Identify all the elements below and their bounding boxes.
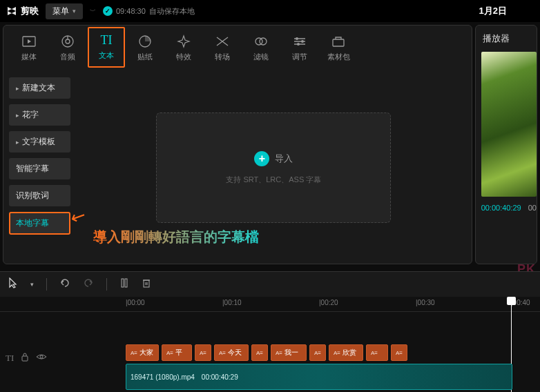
pointer-tool-icon[interactable] [8,277,18,291]
tab-label: 滤镜 [253,52,269,62]
svg-point-5 [260,38,267,45]
text-clip[interactable]: A≡今天 [214,344,249,361]
plus-icon: + [254,151,269,166]
chevron-down-icon: ▾ [73,8,76,14]
text-clip[interactable]: A≡平 [162,344,192,361]
tab-label: 特效 [176,52,191,62]
caret-icon: ▸ [16,85,19,92]
video-clip[interactable]: 169471 (1080p).mp4 00:00:40:29 [126,364,512,390]
delete-icon[interactable] [142,277,151,291]
svg-point-7 [301,40,304,43]
svg-rect-12 [144,280,149,287]
chevron-down-icon[interactable]: ▾ [30,281,34,288]
text-clip[interactable]: A≡ [366,344,388,361]
history-chevron-icon[interactable]: ﹀ [90,7,96,16]
tab-label: 文本 [99,50,114,61]
check-icon: ✓ [103,6,113,16]
text-clip[interactable]: A≡ [309,344,326,361]
player-panel: 播放器 00:00:40:29 00 [475,25,537,264]
cat-label: 本地字幕 [16,217,49,229]
clip-a-icon: A≡ [256,350,263,356]
text-clip[interactable]: A≡欣赏 [329,344,363,361]
player-times: 00:00:40:29 00 [481,204,537,212]
timeline-panel: ▾ |00:00 |00:10 |00:20 |00:30 |00:40 TI [0,271,540,392]
tab-effect[interactable]: 特效 [165,31,202,68]
split-icon[interactable] [119,277,129,291]
eye-icon[interactable] [36,353,47,363]
text-clip[interactable]: A≡ [251,344,268,361]
divider [106,278,107,291]
import-dropzone[interactable]: + 导入 支持 SRT、LRC、ASS 字幕 [156,112,391,223]
video-clip-name: 169471 (1080p).mp4 [131,373,195,381]
tab-transition[interactable]: 转场 [204,31,241,68]
current-time: 00:00:40:29 [481,204,521,212]
tab-adjust[interactable]: 调节 [281,31,318,68]
import-button[interactable]: + 导入 [254,151,293,166]
sticker-icon [137,34,153,49]
svg-point-6 [296,37,298,40]
tab-filter[interactable]: 滤镜 [242,31,280,68]
text-track-icon[interactable]: TI [6,353,14,364]
clip-a-icon: A≡ [131,350,137,356]
cat-label: 智能字幕 [16,163,49,175]
tab-label: 音频 [60,52,75,62]
cat-new-text[interactable]: ▸ 新建文本 [9,77,70,99]
player-preview[interactable] [481,52,537,197]
autosave-text: 自动保存本地 [149,6,195,17]
cat-text-template[interactable]: ▸ 文字模板 [9,131,70,153]
redo-icon[interactable] [83,278,94,291]
track-area: TI A≡大家 A≡平 A≡ A≡今天 A≡ A≡我一 A≡ A≡欣赏 A≡ A… [0,312,540,392]
timeline-toolbar: ▾ [0,272,540,297]
cat-smart-subtitle[interactable]: 智能字幕 [9,158,70,179]
menu-button[interactable]: 菜单 ▾ [46,3,83,19]
svg-rect-9 [333,39,344,46]
tab-label: 媒体 [21,52,37,62]
lock-icon[interactable] [21,352,29,364]
autosave-time: 09:48:30 [116,7,146,15]
tab-label: 素材包 [327,52,350,62]
text-clip[interactable]: A≡ [391,344,407,361]
undo-icon[interactable] [59,278,70,291]
side-categories: ▸ 新建文本 ▸ 花字 ▸ 文字模板 智能字幕 识别歌词 本 [3,72,76,264]
ruler-tick: |00:20 [319,299,338,306]
timeline-ruler[interactable]: |00:00 |00:10 |00:20 |00:30 |00:40 [0,297,540,312]
menu-label: 菜单 [52,6,69,17]
svg-point-4 [255,38,262,45]
tab-text[interactable]: TI 文本 [88,27,125,68]
caret-icon: ▸ [16,139,19,146]
cat-label: 花字 [22,109,39,121]
transition-icon [215,34,230,49]
tab-label: 贴纸 [137,52,153,62]
tab-media[interactable]: 媒体 [10,31,48,68]
effect-icon [176,34,191,49]
import-hint: 支持 SRT、LRC、ASS 字幕 [226,175,321,185]
caret-icon: ▸ [16,112,19,119]
ruler-tick: |00:10 [222,299,242,306]
filter-icon [253,34,269,49]
logo-icon [6,5,18,17]
tab-audio[interactable]: 音频 [49,31,86,68]
tab-label: 调节 [292,52,307,62]
text-clip[interactable]: A≡大家 [126,344,159,361]
tab-sticker[interactable]: 贴纸 [126,31,164,68]
cat-label: 文字模板 [22,136,55,148]
text-icon: TI [99,32,114,48]
ruler-tick: |00:30 [416,299,435,306]
clip-a-icon: A≡ [334,350,340,356]
assets-icon [331,34,346,49]
cat-fancy-text[interactable]: ▸ 花字 [9,104,70,126]
cat-lyrics[interactable]: 识别歌词 [9,185,70,206]
clip-a-icon: A≡ [314,350,321,356]
text-clip[interactable]: A≡我一 [271,344,307,361]
center-area: + 导入 支持 SRT、LRC、ASS 字幕 [76,72,472,264]
cat-label: 识别歌词 [16,190,49,202]
cat-local-subtitle[interactable]: 本地字幕 [9,212,70,235]
clip-a-icon: A≡ [219,350,226,356]
text-clip[interactable]: A≡ [195,344,211,361]
audio-icon [60,34,75,49]
app-name: 剪映 [21,5,39,17]
tab-assets[interactable]: 素材包 [320,31,357,68]
svg-point-2 [66,39,70,43]
divider [46,278,47,291]
clip-a-icon: A≡ [396,350,403,356]
